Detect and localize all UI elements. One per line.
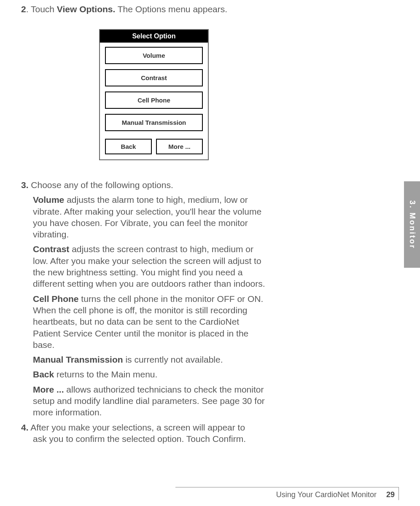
menu-item-cell-phone[interactable]: Cell Phone bbox=[105, 92, 203, 109]
footer-title: Using Your CardioNet Monitor bbox=[276, 490, 377, 499]
option-desc-more: More ... allows authorized technicians t… bbox=[33, 384, 268, 418]
option-desc-volume: Volume adjusts the alarm tone to high, m… bbox=[33, 194, 268, 240]
section-tab: 3. Monitor bbox=[404, 181, 420, 268]
option-desc-manual-transmission: Manual Transmission is currently not ava… bbox=[33, 354, 268, 365]
step-3-header: 3. Choose any of the following options. bbox=[17, 179, 268, 191]
panel-title: Select Option bbox=[100, 30, 208, 43]
option-desc-cell-phone: Cell Phone turns the cell phone in the m… bbox=[33, 293, 268, 350]
menu-item-volume[interactable]: Volume bbox=[105, 47, 203, 64]
menu-item-contrast[interactable]: Contrast bbox=[105, 69, 203, 86]
back-button[interactable]: Back bbox=[105, 139, 152, 154]
option-desc-back: Back returns to the Main menu. bbox=[33, 369, 268, 380]
page-number: 29 bbox=[386, 490, 395, 499]
more-button[interactable]: More ... bbox=[156, 139, 203, 154]
select-option-panel: Select Option Volume Contrast Cell Phone… bbox=[99, 29, 209, 160]
menu-item-manual-transmission[interactable]: Manual Transmission bbox=[105, 114, 203, 131]
option-desc-contrast: Contrast adjusts the screen contrast to … bbox=[33, 243, 268, 289]
step-4-instruction: 4. After you make your selections, a scr… bbox=[17, 422, 278, 445]
step-2-instruction: 2. Touch View Options. The Options menu … bbox=[17, 4, 390, 14]
step-2-number: 2 bbox=[21, 4, 26, 14]
